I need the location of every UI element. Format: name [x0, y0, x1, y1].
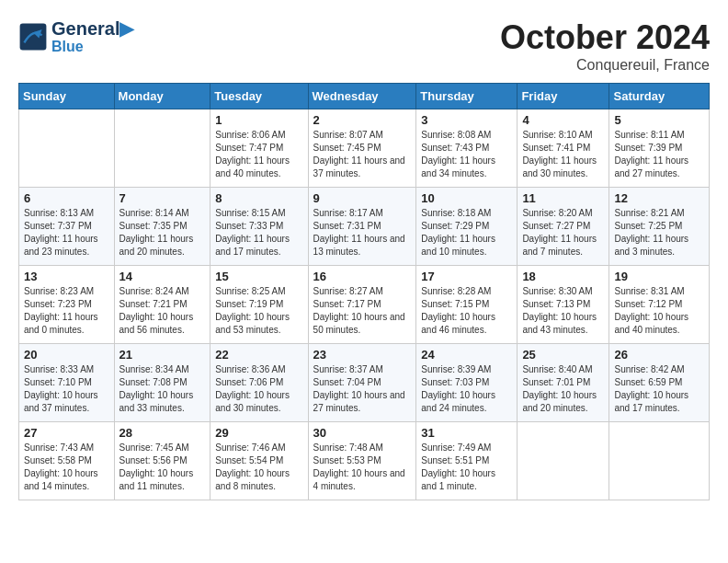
day-info: Sunrise: 8:11 AMSunset: 7:39 PMDaylight:… — [614, 129, 704, 180]
day-info: Sunrise: 8:42 AMSunset: 6:59 PMDaylight:… — [614, 363, 704, 415]
calendar-day-cell: 29Sunrise: 7:46 AMSunset: 5:54 PMDayligh… — [210, 422, 308, 500]
calendar-day-cell — [609, 422, 710, 500]
calendar-day-cell: 23Sunrise: 8:37 AMSunset: 7:04 PMDayligh… — [308, 344, 416, 422]
day-info: Sunrise: 8:18 AMSunset: 7:29 PMDaylight:… — [421, 207, 512, 259]
day-info: Sunrise: 8:13 AMSunset: 7:37 PMDaylight:… — [24, 207, 109, 259]
weekday-header-cell: Tuesday — [210, 84, 308, 109]
day-info: Sunrise: 7:48 AMSunset: 5:53 PMDaylight:… — [313, 442, 412, 493]
day-number: 24 — [421, 348, 512, 362]
calendar-week-row: 13Sunrise: 8:23 AMSunset: 7:23 PMDayligh… — [19, 266, 710, 344]
logo-icon — [18, 22, 48, 52]
day-number: 22 — [215, 348, 302, 362]
day-number: 31 — [421, 426, 512, 440]
day-info: Sunrise: 8:06 AMSunset: 7:47 PMDaylight:… — [215, 129, 302, 180]
day-info: Sunrise: 7:49 AMSunset: 5:51 PMDaylight:… — [421, 442, 512, 493]
title-area: October 2024 Conquereuil, France — [500, 18, 710, 74]
day-info: Sunrise: 8:30 AMSunset: 7:13 PMDaylight:… — [522, 285, 604, 337]
calendar-day-cell: 31Sunrise: 7:49 AMSunset: 5:51 PMDayligh… — [416, 422, 518, 500]
day-info: Sunrise: 8:23 AMSunset: 7:23 PMDaylight:… — [24, 285, 109, 337]
day-info: Sunrise: 8:39 AMSunset: 7:03 PMDaylight:… — [421, 363, 512, 415]
weekday-header-cell: Saturday — [609, 84, 710, 109]
calendar-table: SundayMondayTuesdayWednesdayThursdayFrid… — [18, 83, 710, 500]
day-number: 10 — [421, 191, 512, 205]
day-info: Sunrise: 8:17 AMSunset: 7:31 PMDaylight:… — [313, 207, 412, 259]
calendar-day-cell: 21Sunrise: 8:34 AMSunset: 7:08 PMDayligh… — [114, 344, 210, 422]
calendar-day-cell: 6Sunrise: 8:13 AMSunset: 7:37 PMDaylight… — [19, 188, 115, 266]
calendar-day-cell: 15Sunrise: 8:25 AMSunset: 7:19 PMDayligh… — [210, 266, 308, 344]
day-number: 21 — [119, 348, 206, 362]
day-number: 6 — [24, 191, 109, 205]
day-info: Sunrise: 8:24 AMSunset: 7:21 PMDaylight:… — [119, 285, 206, 337]
calendar-week-row: 6Sunrise: 8:13 AMSunset: 7:37 PMDaylight… — [19, 188, 710, 266]
day-number: 16 — [313, 270, 412, 283]
weekday-header-cell: Monday — [114, 84, 210, 109]
day-info: Sunrise: 8:20 AMSunset: 7:27 PMDaylight:… — [522, 207, 604, 259]
day-number: 17 — [421, 270, 512, 283]
calendar-day-cell: 9Sunrise: 8:17 AMSunset: 7:31 PMDaylight… — [308, 188, 416, 266]
calendar-day-cell: 5Sunrise: 8:11 AMSunset: 7:39 PMDaylight… — [609, 109, 710, 188]
day-info: Sunrise: 8:07 AMSunset: 7:45 PMDaylight:… — [313, 129, 412, 180]
day-number: 9 — [313, 191, 412, 205]
day-number: 23 — [313, 348, 412, 362]
calendar-day-cell: 22Sunrise: 8:36 AMSunset: 7:06 PMDayligh… — [210, 344, 308, 422]
calendar-day-cell: 16Sunrise: 8:27 AMSunset: 7:17 PMDayligh… — [308, 266, 416, 344]
calendar-day-cell: 17Sunrise: 8:28 AMSunset: 7:15 PMDayligh… — [416, 266, 518, 344]
day-number: 4 — [522, 113, 604, 127]
day-info: Sunrise: 8:37 AMSunset: 7:04 PMDaylight:… — [313, 363, 412, 415]
day-info: Sunrise: 8:31 AMSunset: 7:12 PMDaylight:… — [614, 285, 704, 337]
day-number: 28 — [119, 426, 206, 440]
calendar-day-cell: 2Sunrise: 8:07 AMSunset: 7:45 PMDaylight… — [308, 109, 416, 188]
day-info: Sunrise: 8:28 AMSunset: 7:15 PMDaylight:… — [421, 285, 512, 337]
day-number: 12 — [614, 191, 704, 205]
calendar-day-cell: 30Sunrise: 7:48 AMSunset: 5:53 PMDayligh… — [308, 422, 416, 500]
day-info: Sunrise: 8:27 AMSunset: 7:17 PMDaylight:… — [313, 285, 412, 337]
calendar-week-row: 20Sunrise: 8:33 AMSunset: 7:10 PMDayligh… — [19, 344, 710, 422]
day-info: Sunrise: 8:40 AMSunset: 7:01 PMDaylight:… — [522, 363, 604, 415]
calendar-day-cell: 28Sunrise: 7:45 AMSunset: 5:56 PMDayligh… — [114, 422, 210, 500]
day-number: 13 — [24, 270, 109, 283]
weekday-header: SundayMondayTuesdayWednesdayThursdayFrid… — [19, 84, 710, 109]
day-info: Sunrise: 8:34 AMSunset: 7:08 PMDaylight:… — [119, 363, 206, 415]
calendar-week-row: 1Sunrise: 8:06 AMSunset: 7:47 PMDaylight… — [19, 109, 710, 188]
day-info: Sunrise: 8:15 AMSunset: 7:33 PMDaylight:… — [215, 207, 302, 259]
day-info: Sunrise: 8:33 AMSunset: 7:10 PMDaylight:… — [24, 363, 109, 415]
weekday-header-cell: Friday — [518, 84, 609, 109]
day-number: 7 — [119, 191, 206, 205]
calendar-week-row: 27Sunrise: 7:43 AMSunset: 5:58 PMDayligh… — [19, 422, 710, 500]
day-info: Sunrise: 8:36 AMSunset: 7:06 PMDaylight:… — [215, 363, 302, 415]
day-info: Sunrise: 8:21 AMSunset: 7:25 PMDaylight:… — [614, 207, 704, 259]
calendar-day-cell — [114, 109, 210, 188]
day-number: 2 — [313, 113, 412, 127]
day-number: 20 — [24, 348, 109, 362]
calendar-day-cell: 14Sunrise: 8:24 AMSunset: 7:21 PMDayligh… — [114, 266, 210, 344]
calendar-day-cell: 20Sunrise: 8:33 AMSunset: 7:10 PMDayligh… — [19, 344, 115, 422]
calendar-day-cell: 4Sunrise: 8:10 AMSunset: 7:41 PMDaylight… — [518, 109, 609, 188]
calendar-body: 1Sunrise: 8:06 AMSunset: 7:47 PMDaylight… — [19, 109, 710, 500]
weekday-header-cell: Sunday — [19, 84, 115, 109]
calendar-day-cell: 1Sunrise: 8:06 AMSunset: 7:47 PMDaylight… — [210, 109, 308, 188]
weekday-header-cell: Wednesday — [308, 84, 416, 109]
calendar-day-cell: 11Sunrise: 8:20 AMSunset: 7:27 PMDayligh… — [518, 188, 609, 266]
day-number: 15 — [215, 270, 302, 283]
day-number: 26 — [614, 348, 704, 362]
calendar-day-cell: 27Sunrise: 7:43 AMSunset: 5:58 PMDayligh… — [19, 422, 115, 500]
calendar-day-cell — [518, 422, 609, 500]
header: General▶ Blue October 2024 Conquereuil, … — [18, 18, 710, 74]
day-info: Sunrise: 8:10 AMSunset: 7:41 PMDaylight:… — [522, 129, 604, 180]
month-title: October 2024 — [500, 18, 710, 57]
calendar-day-cell: 12Sunrise: 8:21 AMSunset: 7:25 PMDayligh… — [609, 188, 710, 266]
day-number: 3 — [421, 113, 512, 127]
day-info: Sunrise: 7:43 AMSunset: 5:58 PMDaylight:… — [24, 442, 109, 493]
day-number: 8 — [215, 191, 302, 205]
day-info: Sunrise: 8:14 AMSunset: 7:35 PMDaylight:… — [119, 207, 206, 259]
day-number: 30 — [313, 426, 412, 440]
logo-sub: Blue — [51, 39, 133, 55]
location-title: Conquereuil, France — [500, 57, 710, 74]
logo: General▶ Blue — [18, 18, 133, 55]
calendar-day-cell: 10Sunrise: 8:18 AMSunset: 7:29 PMDayligh… — [416, 188, 518, 266]
calendar-day-cell: 26Sunrise: 8:42 AMSunset: 6:59 PMDayligh… — [609, 344, 710, 422]
day-info: Sunrise: 8:08 AMSunset: 7:43 PMDaylight:… — [421, 129, 512, 180]
logo-name: General▶ — [51, 18, 133, 39]
weekday-header-cell: Thursday — [416, 84, 518, 109]
calendar-day-cell: 19Sunrise: 8:31 AMSunset: 7:12 PMDayligh… — [609, 266, 710, 344]
